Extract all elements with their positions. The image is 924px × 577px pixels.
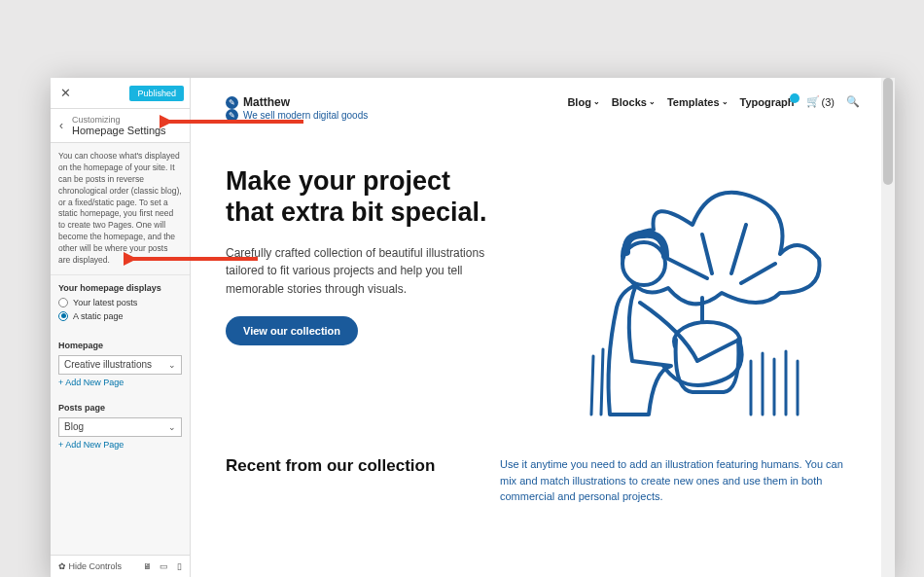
- radio-icon: [58, 298, 68, 307]
- add-new-page-link[interactable]: + Add New Page: [58, 440, 124, 450]
- select-value: Blog: [64, 421, 84, 432]
- site-title[interactable]: Matthew: [243, 95, 290, 109]
- publish-status-badge[interactable]: Published: [129, 86, 184, 101]
- select-value: Creative illustrations: [64, 359, 152, 370]
- radio-label: A static page: [73, 311, 124, 321]
- hero-heading: Make your projectthat extra bit special.: [226, 166, 498, 229]
- nav-cart[interactable]: 🛒(3): [806, 95, 835, 108]
- customizer-sidebar: ✕ Published ‹ Customizing Homepage Setti…: [51, 78, 191, 577]
- homepage-label: Homepage: [58, 341, 182, 350]
- section-description: You can choose what's displayed on the h…: [51, 143, 190, 275]
- hero-text: Make your projectthat extra bit special.…: [226, 166, 498, 419]
- mobile-icon[interactable]: ▯: [177, 561, 182, 571]
- close-icon[interactable]: ✕: [56, 84, 75, 102]
- homepage-displays-group: Your homepage displays Your latest posts…: [51, 275, 190, 333]
- radio-latest-posts[interactable]: Your latest posts: [58, 298, 182, 307]
- section-title: Homepage Settings: [72, 125, 166, 136]
- site-identity: ✎Matthew ✎We sell modern digital goods: [226, 95, 368, 122]
- chevron-down-icon: ⌄: [168, 422, 176, 432]
- nav-blocks[interactable]: Blocks⌄: [612, 96, 656, 108]
- customizer-window: ✕ Published ‹ Customizing Homepage Setti…: [51, 78, 895, 577]
- recent-paragraph: Use it anytime you need to add an illust…: [500, 456, 860, 505]
- radio-label: Your latest posts: [73, 298, 137, 307]
- hide-controls-button[interactable]: ✿ Hide Controls: [58, 561, 122, 571]
- site-preview: ✎Matthew ✎We sell modern digital goods B…: [191, 78, 895, 577]
- posts-page-label: Posts page: [58, 403, 182, 413]
- edit-shortcut-icon[interactable]: ✎: [226, 96, 238, 109]
- recent-heading: Recent from our collection: [226, 456, 479, 505]
- sidebar-header[interactable]: ‹ Customizing Homepage Settings: [51, 109, 190, 143]
- person-plant-illustration: [556, 166, 829, 419]
- sidebar-footer: ✿ Hide Controls 🖥 ▭ ▯: [51, 555, 190, 577]
- posts-page-select[interactable]: Blog ⌄: [58, 417, 182, 437]
- posts-page-select-group: Posts page Blog ⌄ + Add New Page: [51, 395, 190, 457]
- hero-section: Make your projectthat extra bit special.…: [191, 127, 895, 445]
- displays-label: Your homepage displays: [58, 283, 182, 293]
- preview-header: ✎Matthew ✎We sell modern digital goods B…: [191, 78, 895, 127]
- hero-paragraph: Carefully crafted collection of beautifu…: [226, 244, 498, 299]
- customizing-label: Customizing: [72, 115, 166, 125]
- add-new-page-link[interactable]: + Add New Page: [58, 378, 124, 387]
- svg-line-6: [591, 356, 593, 415]
- tablet-icon[interactable]: ▭: [160, 561, 168, 571]
- desktop-icon[interactable]: 🖥: [143, 561, 152, 571]
- search-icon[interactable]: 🔍: [846, 95, 860, 108]
- radio-icon: [58, 311, 68, 321]
- edit-shortcut-icon[interactable]: ✎: [226, 109, 238, 122]
- scrollbar-thumb[interactable]: [883, 78, 893, 185]
- view-collection-button[interactable]: View our collection: [226, 316, 358, 345]
- homepage-select[interactable]: Creative illustrations ⌄: [58, 355, 182, 375]
- hero-illustration: [525, 166, 860, 419]
- preview-scrollbar[interactable]: [881, 78, 895, 577]
- device-preview-icons: 🖥 ▭ ▯: [137, 561, 182, 571]
- radio-static-page[interactable]: A static page: [58, 311, 182, 321]
- nav-blog[interactable]: Blog⌄: [567, 96, 599, 108]
- recent-section: Recent from our collection Use it anytim…: [191, 456, 895, 524]
- homepage-select-group: Homepage Creative illustrations ⌄ + Add …: [51, 333, 190, 395]
- svg-line-7: [601, 349, 603, 415]
- nav-templates[interactable]: Templates⌄: [667, 96, 729, 108]
- sidebar-topbar: ✕ Published: [51, 78, 190, 109]
- nav-typography[interactable]: Typograph: [740, 96, 795, 108]
- chevron-down-icon: ⌄: [168, 360, 176, 370]
- back-icon[interactable]: ‹: [51, 119, 72, 132]
- sidebar-heading: Customizing Homepage Settings: [72, 115, 166, 136]
- site-tagline[interactable]: We sell modern digital goods: [243, 110, 368, 121]
- primary-nav: Blog⌄ Blocks⌄ Templates⌄ Typograph 🛒(3) …: [567, 95, 860, 108]
